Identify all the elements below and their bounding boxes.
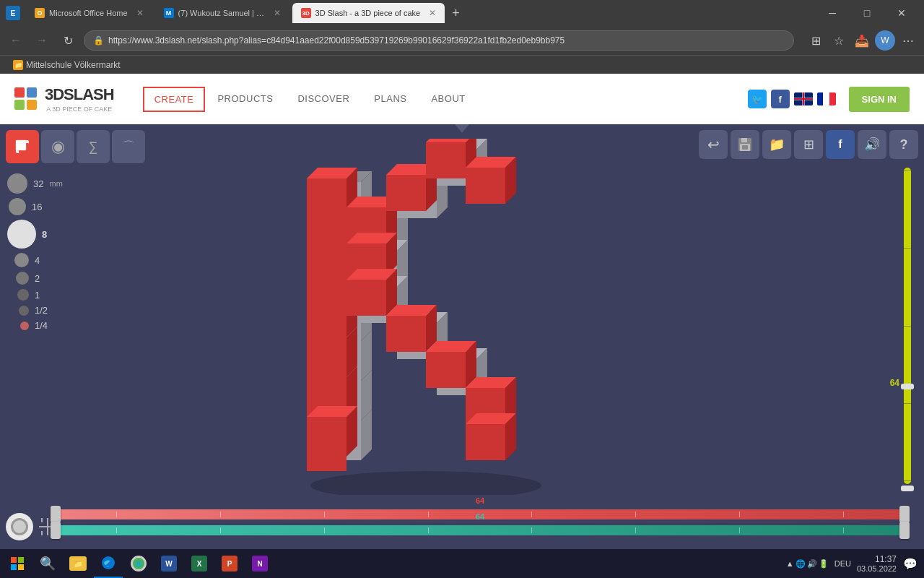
taskbar-onenote[interactable]: N — [245, 549, 274, 578]
tab-office-close[interactable]: ✕ — [136, 8, 144, 18]
save-button[interactable] — [731, 130, 759, 159]
help-button[interactable]: ? — [889, 130, 918, 159]
sign-in-button[interactable]: SIGN IN — [849, 87, 910, 112]
tick — [428, 527, 429, 533]
url-text: https://www.3dslash.net/slash.php?alias=… — [108, 35, 785, 46]
red-bottom-end — [466, 424, 505, 460]
logo-cubes — [14, 87, 38, 111]
tick-mark — [904, 248, 911, 249]
tab-microsoft[interactable]: M (7) Wukoutz Samuel | Microsoft ... ✕ — [155, 3, 289, 23]
facebook-button[interactable]: f — [826, 130, 855, 159]
bookmark-item[interactable]: 📁 Mittelschule Völkermarkt — [9, 59, 125, 72]
cube-tool-button[interactable] — [6, 130, 39, 163]
zoom-slider-track[interactable] — [904, 168, 911, 484]
tick — [843, 512, 844, 517]
tab-3dslash-close[interactable]: ✕ — [429, 8, 436, 18]
size-item-8[interactable]: 8 — [7, 220, 63, 249]
search-taskbar-button[interactable]: 🔍 — [33, 549, 62, 578]
tab-3dslash[interactable]: 3D 3D Slash - a 3D piece of cake ✕ — [292, 3, 445, 23]
size-circle-16 — [9, 198, 26, 215]
taskbar-word[interactable]: W — [154, 549, 183, 578]
zoom-value-label: 64 — [890, 378, 899, 388]
language-indicator[interactable]: DEU — [832, 559, 854, 568]
tick — [531, 527, 532, 533]
refresh-button[interactable]: ↻ — [58, 30, 78, 51]
size-item-4[interactable]: 4 — [14, 253, 63, 267]
system-tray: ▲ 🌐 🔊 🔋 — [786, 559, 829, 569]
collections-button[interactable]: 📥 — [852, 30, 872, 51]
twitter-icon[interactable]: 🐦 — [748, 90, 767, 108]
start-button[interactable] — [3, 549, 32, 578]
taskbar-powerpoint[interactable]: P — [215, 549, 244, 578]
undo-button[interactable]: ↩ — [699, 130, 728, 159]
facebook-social-icon[interactable]: f — [771, 90, 790, 108]
size-item-quarter[interactable]: 1/4 — [20, 320, 63, 331]
editor-area: ◉ ∑ ⌒ 32 mm 16 8 4 — [0, 124, 924, 549]
sphere-tool-button[interactable]: ◉ — [41, 130, 74, 163]
logo-text: 3DSLASH — [45, 85, 114, 104]
size-item-2[interactable]: 2 — [16, 272, 63, 285]
bookmarks-bar: 📁 Mittelschule Völkermarkt — [0, 55, 924, 74]
taskbar-file-explorer[interactable]: 📁 — [64, 549, 92, 578]
size-label-32: 32 — [33, 178, 43, 189]
tick — [324, 527, 325, 533]
nav-products[interactable]: PRODUCTS — [205, 87, 285, 112]
teal-slider-track[interactable] — [51, 525, 910, 535]
sigma-tool-button[interactable]: ∑ — [77, 130, 110, 163]
address-bar[interactable]: 🔒 https://www.3dslash.net/slash.php?alia… — [84, 30, 794, 51]
tab-office[interactable]: O Microsoft Office Home ✕ — [26, 3, 152, 23]
size-item-half[interactable]: 1/2 — [19, 305, 63, 316]
notification-button[interactable]: 💬 — [899, 553, 921, 574]
size-circle-4 — [14, 253, 29, 267]
browser-chrome: E O Microsoft Office Home ✕ M (7) Wukout… — [0, 0, 924, 74]
extensions-button[interactable]: ⊞ — [806, 30, 826, 51]
circle-tool-button[interactable] — [6, 513, 33, 540]
maximize-button[interactable]: □ — [850, 3, 884, 23]
tray-icon-volume[interactable]: 🔊 — [807, 559, 817, 569]
new-tab-button[interactable]: + — [448, 6, 464, 21]
taskbar-date: 03.05.2022 — [857, 564, 897, 573]
svg-rect-15 — [18, 557, 24, 563]
back-button[interactable]: ← — [6, 30, 26, 51]
tray-icon-battery[interactable]: 🔋 — [819, 559, 829, 569]
curve-tool-button[interactable]: ⌒ — [112, 130, 145, 163]
size-item-16[interactable]: 16 — [7, 198, 63, 215]
nav-plans[interactable]: PLANS — [362, 87, 419, 112]
nav-create[interactable]: CREATE — [143, 87, 206, 112]
app-nav: 3DSLASH A 3D PIECE OF CAKE CREATE PRODUC… — [0, 74, 924, 124]
taskbar-chrome[interactable]: 🌐 — [124, 549, 153, 578]
forward-button[interactable]: → — [32, 30, 52, 51]
settings-button[interactable]: ⋯ — [898, 30, 918, 51]
close-button[interactable]: ✕ — [885, 3, 918, 23]
tick — [116, 527, 117, 533]
nav-social: 🐦 f SIGN IN — [748, 87, 910, 112]
tray-icon-arrow[interactable]: ▲ — [786, 559, 794, 568]
nav-about[interactable]: ABOUT — [419, 87, 477, 112]
taskbar-clock[interactable]: 11:37 03.05.2022 — [857, 554, 897, 573]
size-circle-8 — [7, 220, 36, 249]
uk-flag[interactable] — [794, 92, 813, 105]
minimize-button[interactable]: ─ — [816, 3, 849, 23]
size-item-32[interactable]: 32 mm — [7, 173, 63, 194]
zoom-slider-thumb[interactable] — [901, 384, 914, 389]
tab-microsoft-close[interactable]: ✕ — [274, 8, 281, 18]
slider-ticks-2 — [51, 527, 910, 533]
logo-cube-4 — [27, 100, 37, 110]
nav-discover[interactable]: DISCOVER — [285, 87, 362, 112]
tray-icon-network[interactable]: 🌐 — [796, 559, 806, 569]
french-flag[interactable] — [817, 92, 836, 105]
zoom-bottom-thumb[interactable] — [901, 486, 914, 491]
red-diag-2 — [386, 175, 426, 211]
sound-button[interactable]: 🔊 — [858, 130, 886, 159]
grid-view-button[interactable]: ⊞ — [794, 130, 823, 159]
profile-button[interactable]: W — [875, 30, 895, 51]
size-item-1[interactable]: 1 — [17, 289, 63, 301]
favorites-button[interactable]: ☆ — [829, 30, 849, 51]
folder-button[interactable]: 📁 — [762, 130, 791, 159]
tick — [324, 512, 325, 517]
size-circle-quarter — [20, 322, 29, 330]
red-block-4 — [307, 298, 346, 337]
save-icon — [737, 137, 753, 152]
taskbar-excel[interactable]: X — [185, 549, 214, 578]
taskbar-edge[interactable] — [94, 549, 123, 578]
